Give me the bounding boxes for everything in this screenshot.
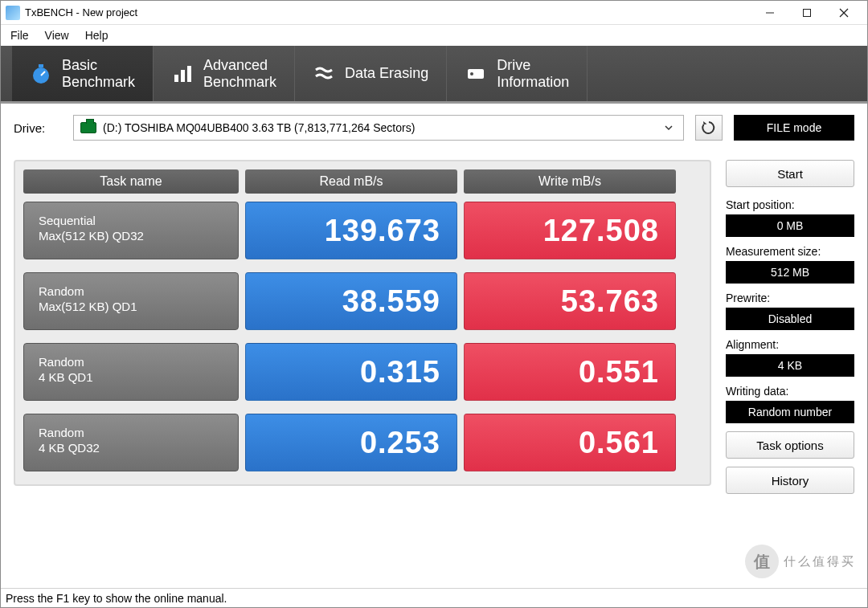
measurement-size-value[interactable]: 512 MB <box>726 261 854 284</box>
drive-label: Drive: <box>14 121 62 135</box>
tab-label: Drive Information <box>497 57 569 90</box>
svg-rect-9 <box>187 66 191 82</box>
svg-rect-1 <box>804 9 811 16</box>
write-value: 127.508 <box>464 202 676 259</box>
svg-rect-5 <box>39 64 43 67</box>
table-row: Random 4 KB QD32 0.253 0.561 <box>23 414 702 471</box>
tab-advanced-benchmark[interactable]: Advanced Benchmark <box>154 46 295 101</box>
drive-select-value: (D:) TOSHIBA MQ04UBB400 3.63 TB (7,813,7… <box>103 121 661 134</box>
titlebar: TxBENCH - New project <box>1 1 867 25</box>
drive-row: Drive: (D:) TOSHIBA MQ04UBB400 3.63 TB (… <box>14 115 854 141</box>
watermark: 值 什么值得买 <box>745 545 856 578</box>
header-write: Write mB/s <box>464 169 676 194</box>
tab-strip: Basic Benchmark Advanced Benchmark Data … <box>1 46 867 104</box>
drive-select[interactable]: (D:) TOSHIBA MQ04UBB400 3.63 TB (7,813,7… <box>73 115 684 141</box>
content-area: Drive: (D:) TOSHIBA MQ04UBB400 3.63 TB (… <box>1 104 867 588</box>
menu-help[interactable]: Help <box>85 29 108 42</box>
refresh-button[interactable] <box>695 115 723 141</box>
sidebar: Start Start position: 0 MB Measurement s… <box>726 160 854 502</box>
task-random-4kb-qd1[interactable]: Random 4 KB QD1 <box>23 343 239 401</box>
app-window: TxBENCH - New project File View Help Bas… <box>0 0 868 608</box>
table-header-row: Task name Read mB/s Write mB/s <box>23 169 702 194</box>
benchmark-table: Task name Read mB/s Write mB/s Sequentia… <box>14 160 711 486</box>
tab-data-erasing[interactable]: Data Erasing <box>295 46 447 101</box>
writing-data-label: Writing data: <box>726 385 854 398</box>
tab-label: Data Erasing <box>345 65 428 82</box>
start-button[interactable]: Start <box>726 160 854 187</box>
prewrite-label: Prewrite: <box>726 292 854 304</box>
status-text: Press the F1 key to show the online manu… <box>6 592 227 605</box>
read-value: 0.253 <box>245 414 457 471</box>
erase-icon <box>313 63 335 85</box>
status-bar: Press the F1 key to show the online manu… <box>1 588 867 607</box>
read-value: 0.315 <box>245 343 457 401</box>
measurement-size-label: Measurement size: <box>726 245 854 258</box>
history-button[interactable]: History <box>726 467 854 494</box>
svg-rect-7 <box>174 75 178 82</box>
tab-basic-benchmark[interactable]: Basic Benchmark <box>12 46 154 101</box>
start-position-value[interactable]: 0 MB <box>726 214 854 237</box>
write-value: 53.763 <box>464 272 676 330</box>
table-row: Sequential Max(512 KB) QD32 139.673 127.… <box>23 202 702 259</box>
file-mode-button[interactable]: FILE mode <box>734 115 854 141</box>
tab-label: Basic Benchmark <box>62 57 135 90</box>
svg-point-11 <box>470 72 473 75</box>
bar-chart-icon <box>171 63 194 85</box>
writing-data-value[interactable]: Random number <box>726 401 854 423</box>
write-value: 0.551 <box>464 343 676 401</box>
tab-label: Advanced Benchmark <box>203 57 276 90</box>
write-value: 0.561 <box>464 414 676 471</box>
app-icon <box>6 6 20 20</box>
table-row: Random 4 KB QD1 0.315 0.551 <box>23 343 702 401</box>
table-row: Random Max(512 KB) QD1 38.559 53.763 <box>23 272 702 330</box>
task-options-button[interactable]: Task options <box>726 431 854 459</box>
watermark-badge: 值 <box>745 545 779 578</box>
stopwatch-icon <box>30 63 52 85</box>
alignment-label: Alignment: <box>726 338 854 351</box>
menu-view[interactable]: View <box>45 29 69 42</box>
tab-drive-information[interactable]: Drive Information <box>447 46 588 101</box>
alignment-value[interactable]: 4 KB <box>726 354 854 377</box>
start-position-label: Start position: <box>726 198 854 211</box>
read-value: 139.673 <box>245 202 457 259</box>
drive-icon <box>465 63 487 85</box>
task-random-4kb-qd32[interactable]: Random 4 KB QD32 <box>23 414 239 471</box>
header-read: Read mB/s <box>245 169 457 194</box>
chevron-down-icon <box>661 123 677 133</box>
task-sequential-qd32[interactable]: Sequential Max(512 KB) QD32 <box>23 202 239 259</box>
task-random-512kb-qd1[interactable]: Random Max(512 KB) QD1 <box>23 272 239 330</box>
window-title: TxBENCH - New project <box>25 6 137 18</box>
read-value: 38.559 <box>245 272 457 330</box>
prewrite-value[interactable]: Disabled <box>726 308 854 330</box>
svg-rect-8 <box>181 70 185 82</box>
maximize-button[interactable] <box>788 2 825 24</box>
header-task: Task name <box>23 169 239 194</box>
watermark-text: 什么值得买 <box>784 554 856 569</box>
menu-bar: File View Help <box>1 25 867 46</box>
refresh-icon <box>701 120 717 136</box>
drive-device-icon <box>80 122 96 133</box>
menu-file[interactable]: File <box>10 29 29 42</box>
body-row: Task name Read mB/s Write mB/s Sequentia… <box>14 160 854 502</box>
close-button[interactable] <box>825 2 862 24</box>
window-buttons <box>751 2 862 24</box>
minimize-button[interactable] <box>751 2 788 24</box>
